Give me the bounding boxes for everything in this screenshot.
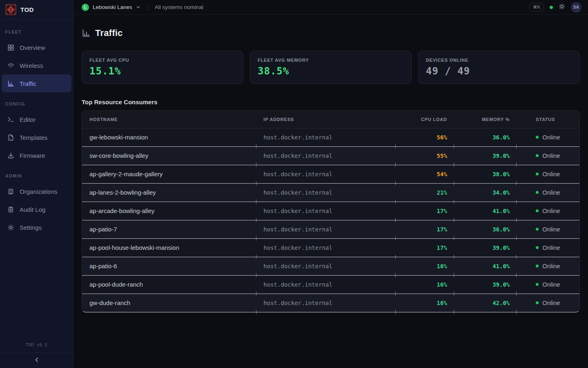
table-row[interactable]: ap-pool-house-lebowski-mansion host.dock… [82, 238, 579, 257]
sidebar-item-label: Firmware [20, 152, 45, 159]
sidebar-item-label: Organizations [20, 188, 58, 195]
status-label: Online [542, 189, 560, 196]
sidebar-item-label: Wireless [20, 62, 43, 69]
table-row[interactable]: ap-lanes-2-bowling-alley host.docker.int… [82, 183, 579, 202]
sidebar-item-label: Settings [20, 224, 42, 231]
stat-label: FLEET AVG CPU [89, 58, 236, 63]
table-row[interactable]: sw-core-bowling-alley host.docker.intern… [82, 146, 579, 165]
cpu-load-cell: 17% [395, 220, 454, 238]
hostname-cell: ap-lanes-2-bowling-alley [82, 183, 256, 202]
building-icon [7, 188, 14, 195]
stat-label: DEVICES ONLINE [426, 58, 572, 63]
online-dot-icon [536, 301, 539, 304]
column-header-hostname: HOSTNAME [82, 111, 256, 128]
sidebar-item-label: Traffic [20, 80, 36, 87]
memory-cell: 39.0% [454, 275, 516, 294]
hostname-cell: ap-pool-house-lebowski-mansion [82, 238, 256, 257]
org-switcher[interactable]: L Lebowski Lanes [82, 4, 140, 11]
hostname-cell: ap-arcade-bowling-alley [82, 202, 256, 220]
app-version: TOD v9.5 [0, 339, 73, 352]
table-row[interactable]: gw-lebowski-mansion host.docker.internal… [82, 128, 579, 146]
online-dot-icon [536, 246, 539, 249]
memory-cell: 41.0% [454, 202, 516, 220]
online-dot-icon [536, 209, 539, 212]
sidebar-item-editor[interactable]: Editor [2, 110, 71, 128]
health-dot [550, 6, 553, 9]
hostname-cell: ap-pool-dude-ranch [82, 275, 256, 294]
app-name: TOD [20, 6, 34, 13]
clipboard-icon [7, 206, 14, 213]
sidebar-nav: FLEET Overview Wireless [0, 20, 73, 339]
table-row[interactable]: ap-arcade-bowling-alley host.docker.inte… [82, 202, 579, 220]
system-status-text: All systems nominal [155, 4, 203, 10]
sidebar-item-audit-log[interactable]: Audit Log [2, 200, 71, 218]
table-row[interactable]: ap-pool-dude-ranch host.docker.internal … [82, 275, 579, 294]
chevron-left-icon [34, 357, 40, 364]
online-dot-icon [536, 136, 539, 139]
org-name: Lebowski Lanes [93, 4, 132, 10]
stat-value: 38.5% [258, 65, 404, 77]
status-label: Online [542, 299, 560, 306]
ip-address-cell: host.docker.internal [256, 165, 395, 183]
column-header-cpu-load: CPU LOAD [395, 111, 454, 128]
memory-cell: 39.0% [454, 238, 516, 257]
command-palette-shortcut[interactable]: ⌘K [529, 3, 544, 11]
app-logo[interactable]: TOD [0, 0, 73, 20]
file-icon [7, 134, 14, 141]
stat-value: 15.1% [89, 65, 236, 77]
status-cell: Online [516, 183, 579, 202]
sidebar-item-traffic[interactable]: Traffic [2, 74, 71, 92]
ip-address-cell: host.docker.internal [256, 202, 395, 220]
table-row[interactable]: ap-patio-6 host.docker.internal 16% 41.0… [82, 257, 579, 275]
hostname-cell: gw-dude-ranch [82, 294, 256, 312]
section-label-admin: ADMIN [0, 173, 73, 178]
theme-toggle-button[interactable] [559, 3, 565, 11]
org-avatar: L [82, 4, 89, 11]
chevron-down-icon [136, 5, 140, 9]
cpu-load-cell: 56% [395, 128, 454, 146]
table-header-row: HOSTNAME IP ADDRESS CPU LOAD MEMORY % ST… [82, 111, 579, 128]
stat-card-fleet-avg-memory: FLEET AVG MEMORY 38.5% [250, 51, 412, 84]
table-body: gw-lebowski-mansion host.docker.internal… [82, 128, 579, 312]
sidebar-item-firmware[interactable]: Firmware [2, 146, 71, 164]
sidebar-item-label: Templates [20, 134, 47, 141]
hostname-cell: ap-patio-7 [82, 220, 256, 238]
cpu-load-cell: 17% [395, 202, 454, 220]
sidebar-item-templates[interactable]: Templates [2, 128, 71, 146]
status-cell: Online [516, 220, 579, 238]
terminal-icon [7, 116, 14, 123]
table-title: Top Resource Consumers [82, 99, 580, 105]
sidebar-item-wireless[interactable]: Wireless [2, 56, 71, 74]
sidebar-item-organizations[interactable]: Organizations [2, 182, 71, 200]
cpu-load-cell: 16% [395, 275, 454, 294]
tod-logo-icon [5, 4, 16, 15]
sidebar-footer: TOD v9.5 [0, 339, 73, 368]
table-row[interactable]: gw-dude-ranch host.docker.internal 16% 4… [82, 294, 579, 312]
stat-card-devices-online: DEVICES ONLINE 49 / 49 [418, 51, 580, 84]
cpu-load-cell: 17% [395, 238, 454, 257]
hostname-cell: ap-patio-6 [82, 257, 256, 275]
status-label: Online [542, 134, 560, 141]
sidebar-item-overview[interactable]: Overview [2, 38, 71, 56]
sidebar-collapse-button[interactable] [0, 352, 73, 368]
page-title: Traffic [95, 28, 122, 38]
ip-address-cell: host.docker.internal [256, 128, 395, 146]
status-cell: Online [516, 294, 579, 312]
sidebar-item-label: Overview [20, 44, 45, 51]
status-cell: Online [516, 275, 579, 294]
bar-chart-icon [7, 80, 14, 87]
cpu-load-cell: 16% [395, 294, 454, 312]
memory-cell: 36.0% [454, 220, 516, 238]
memory-cell: 42.0% [454, 294, 516, 312]
top-resource-consumers-table: HOSTNAME IP ADDRESS CPU LOAD MEMORY % ST… [82, 110, 580, 312]
table-row[interactable]: ap-gallery-2-maude-gallery host.docker.i… [82, 165, 579, 183]
sidebar: TOD FLEET Overview Wireless [0, 0, 74, 368]
sidebar-item-settings[interactable]: Settings [2, 218, 71, 236]
table-row[interactable]: ap-patio-7 host.docker.internal 17% 36.0… [82, 220, 579, 238]
user-avatar[interactable]: SA [571, 2, 581, 13]
status-label: Online [542, 226, 560, 233]
stat-cards: FLEET AVG CPU 15.1% FLEET AVG MEMORY 38.… [82, 51, 580, 84]
section-label-config: CONFIG [0, 101, 73, 106]
status-label: Online [542, 171, 560, 177]
topbar: L Lebowski Lanes All systems nominal ⌘K … [74, 0, 588, 15]
